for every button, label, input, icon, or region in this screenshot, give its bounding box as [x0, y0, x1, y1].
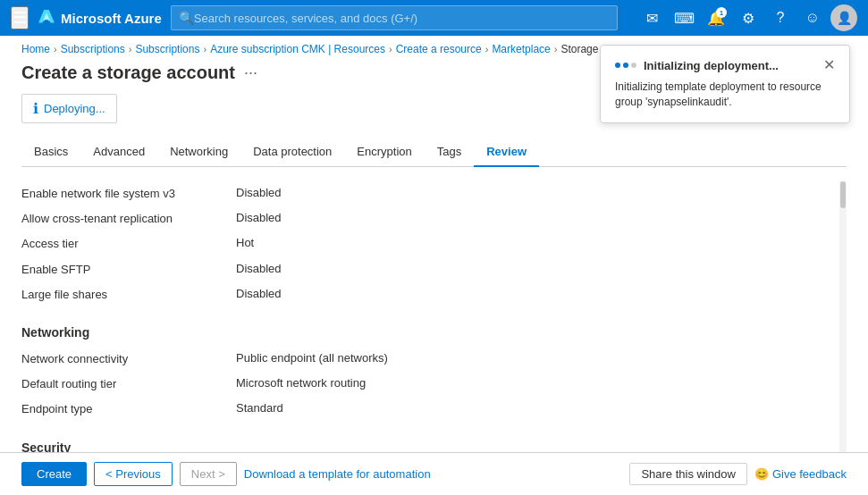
- property-value: Hot: [236, 236, 822, 249]
- property-label: Enable network file system v3: [21, 186, 236, 202]
- property-row: Endpoint type Standard: [21, 397, 822, 422]
- property-value: Public endpoint (all networks): [236, 351, 822, 365]
- tab-basics[interactable]: Basics: [21, 138, 80, 167]
- popup-dot-3: [631, 63, 636, 68]
- popup-title: Initializing deployment...: [644, 59, 779, 72]
- create-button[interactable]: Create: [21, 462, 87, 486]
- popup-notification: Initializing deployment... ✕ Initializin…: [600, 45, 850, 123]
- property-label: Network connectivity: [21, 351, 236, 367]
- scroll-track[interactable]: [839, 181, 847, 495]
- breadcrumb-subscriptions-2[interactable]: Subscriptions: [135, 43, 199, 55]
- main-content: Enable network file system v3 Disabled A…: [21, 167, 839, 495]
- breadcrumb-marketplace[interactable]: Marketplace: [492, 43, 550, 55]
- breadcrumb-sep-5: ›: [485, 44, 489, 55]
- property-label: Access tier: [21, 236, 236, 252]
- give-feedback-button[interactable]: 😊 Give feedback: [754, 467, 847, 481]
- settings-icon: ⚙: [742, 10, 754, 27]
- section-networking: Networking Network connectivity Public e…: [21, 325, 822, 423]
- tab-networking[interactable]: Networking: [157, 138, 240, 167]
- popup-close-button[interactable]: ✕: [823, 58, 835, 72]
- breadcrumb-cmk-resources[interactable]: Azure subscription CMK | Resources: [210, 43, 385, 55]
- property-label: Default routing tier: [21, 376, 236, 392]
- property-row: Enable SFTP Disabled: [21, 257, 822, 282]
- popup-dot-2: [623, 63, 628, 68]
- azure-logo-icon: [38, 9, 55, 27]
- property-row: Network connectivity Public endpoint (al…: [21, 347, 822, 372]
- property-value: Standard: [236, 401, 822, 415]
- property-label: Allow cross-tenant replication: [21, 211, 236, 227]
- tab-review[interactable]: Review: [474, 138, 539, 167]
- property-value: Disabled: [236, 262, 822, 275]
- breadcrumb-subscriptions-1[interactable]: Subscriptions: [61, 43, 125, 55]
- app-logo: Microsoft Azure: [38, 9, 162, 27]
- property-value: Microsoft network routing: [236, 376, 822, 390]
- notification-badge: 1: [716, 7, 727, 18]
- previous-button[interactable]: < Previous: [94, 462, 173, 486]
- bottom-bar: Create < Previous Next > Download a temp…: [0, 452, 868, 495]
- deploying-spinner-icon: ℹ: [33, 100, 38, 117]
- feedback-label: Give feedback: [772, 467, 847, 481]
- breadcrumb-home[interactable]: Home: [21, 43, 50, 55]
- breadcrumb-sep-3: ›: [203, 44, 206, 55]
- popup-body: Initializing template deployment to reso…: [615, 80, 835, 110]
- feedback-icon: ☺: [805, 10, 820, 26]
- deploying-banner: ℹ Deploying...: [21, 94, 117, 123]
- hamburger-menu-button[interactable]: ☰: [11, 6, 29, 29]
- help-icon-button[interactable]: ?: [766, 4, 795, 32]
- tab-tags[interactable]: Tags: [425, 138, 474, 167]
- next-label: Next >: [191, 467, 225, 481]
- property-row: Default routing tier Microsoft network r…: [21, 372, 822, 397]
- previous-label: < Previous: [105, 467, 161, 481]
- property-value: Disabled: [236, 211, 822, 224]
- property-row: Large file shares Disabled: [21, 282, 822, 307]
- property-value: Disabled: [236, 186, 822, 199]
- page-content: Create a storage account ··· ℹ Deploying…: [0, 63, 868, 495]
- breadcrumb-sep-1: ›: [54, 44, 57, 55]
- app-name: Microsoft Azure: [61, 11, 162, 26]
- property-row: Allow cross-tenant replication Disabled: [21, 206, 822, 231]
- page-options-button[interactable]: ···: [244, 63, 257, 82]
- download-template-button[interactable]: Download a template for automation: [244, 467, 431, 481]
- breadcrumb-sep-2: ›: [129, 44, 132, 55]
- page-title: Create a storage account: [21, 63, 235, 83]
- breadcrumb-sep-6: ›: [554, 44, 558, 55]
- popup-dots: [615, 63, 636, 68]
- settings-icon-button[interactable]: ⚙: [734, 4, 763, 32]
- property-value: Disabled: [236, 287, 822, 300]
- topnav-icon-group: ✉ ⌨ 🔔 1 ⚙ ? ☺ 👤: [637, 4, 857, 32]
- property-label: Large file shares: [21, 287, 236, 303]
- section-header-networking: Networking: [21, 325, 822, 340]
- breadcrumb-create-resource[interactable]: Create a resource: [396, 43, 482, 55]
- feedback-smiley-icon: 😊: [754, 467, 769, 481]
- breadcrumb-sep-4: ›: [389, 44, 392, 55]
- tab-encryption[interactable]: Encryption: [344, 138, 424, 167]
- user-avatar[interactable]: 👤: [830, 4, 857, 31]
- tabs-container: Basics Advanced Networking Data protecti…: [21, 138, 847, 167]
- next-button: Next >: [180, 462, 237, 486]
- share-window-button[interactable]: Share this window: [629, 463, 747, 485]
- help-icon: ?: [777, 10, 785, 26]
- tab-advanced[interactable]: Advanced: [80, 138, 157, 167]
- email-icon-button[interactable]: ✉: [637, 4, 666, 32]
- feedback-icon-button[interactable]: ☺: [798, 4, 827, 32]
- popup-title-row: Initializing deployment...: [615, 59, 779, 72]
- terminal-icon-button[interactable]: ⌨: [670, 4, 698, 32]
- section-advanced: Enable network file system v3 Disabled A…: [21, 181, 822, 307]
- property-label: Enable SFTP: [21, 262, 236, 278]
- property-row: Enable network file system v3 Disabled: [21, 181, 822, 206]
- deploying-text: Deploying...: [44, 102, 105, 115]
- property-row: Access tier Hot: [21, 231, 822, 256]
- search-input[interactable]: [194, 12, 610, 25]
- tab-data-protection[interactable]: Data protection: [240, 138, 344, 167]
- search-icon: 🔍: [179, 11, 194, 25]
- bell-icon-button[interactable]: 🔔 1: [702, 4, 730, 32]
- terminal-icon: ⌨: [674, 10, 695, 27]
- email-icon: ✉: [646, 10, 658, 27]
- property-label: Endpoint type: [21, 401, 236, 417]
- content-area: Enable network file system v3 Disabled A…: [21, 167, 847, 495]
- popup-header: Initializing deployment... ✕: [615, 58, 835, 72]
- search-bar[interactable]: 🔍: [171, 5, 618, 30]
- top-navigation: ☰ Microsoft Azure 🔍 ✉ ⌨ 🔔 1 ⚙ ? ☺: [0, 0, 868, 36]
- popup-dot-1: [615, 63, 620, 68]
- scroll-thumb[interactable]: [840, 181, 846, 208]
